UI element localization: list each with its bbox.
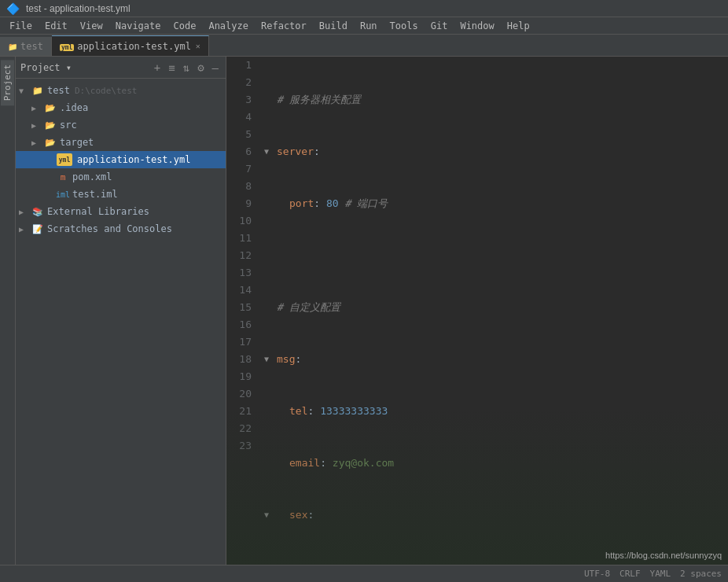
code-line-5: # 自定义配置 (264, 299, 722, 316)
yaml-tab-icon: yml (60, 41, 74, 52)
code-port-sep: : (314, 195, 326, 212)
status-crlf[interactable]: CRLF (620, 569, 641, 579)
add-button[interactable]: + (152, 60, 163, 76)
ln-6: 6 (233, 143, 252, 160)
xml-file-icon: m (57, 171, 69, 183)
list-button[interactable]: ≡ (166, 60, 177, 76)
code-email-val: zyq@ok.com (333, 455, 394, 472)
code-key-sex: sex (289, 506, 307, 524)
folder-icon-idea: 📂 (44, 101, 57, 114)
tree-item-pom[interactable]: m pom.xml (16, 168, 226, 186)
tree-item-application-yml[interactable]: yml application-test.yml (16, 151, 226, 168)
ln-13: 13 (233, 264, 252, 282)
menu-item-window[interactable]: Window (454, 17, 500, 34)
sort-button[interactable]: ⇅ (181, 60, 192, 76)
sidebar-title: Project ▾ (20, 62, 149, 73)
menu-item-edit[interactable]: Edit (39, 17, 74, 34)
collapse-button[interactable]: — (210, 60, 221, 76)
arrow-idea: ▶ (31, 104, 44, 112)
menu-item-run[interactable]: Run (354, 17, 384, 34)
code-empty-4 (264, 247, 270, 264)
tree-label-yml: application-test.yml (77, 154, 191, 165)
status-lang[interactable]: YAML (650, 569, 671, 579)
code-line-7: tel: 13333333333 (264, 403, 722, 420)
arrow-src: ▶ (31, 121, 44, 130)
menu-item-build[interactable]: Build (313, 17, 354, 34)
menu-item-code[interactable]: Code (167, 17, 203, 34)
tree-label-pom: pom.xml (72, 171, 112, 182)
tree-item-test[interactable]: ▼ 📁 test D:\code\test (16, 82, 226, 99)
menu-item-git[interactable]: Git (425, 17, 454, 34)
ln-23: 23 (233, 437, 252, 455)
ln-1: 1 (233, 57, 252, 74)
tree-label-target: target (60, 137, 94, 148)
sidebar-toolbar: Project ▾ + ≡ ⇅ ⚙ — (16, 57, 226, 79)
menu-item-help[interactable]: Help (501, 17, 536, 34)
ln-4: 4 (233, 109, 252, 126)
fold-1[interactable] (264, 91, 274, 109)
ln-19: 19 (233, 368, 252, 385)
arrow-external: ▶ (19, 208, 31, 216)
status-indent: 2 spaces (680, 569, 722, 579)
ln-8: 8 (233, 178, 252, 195)
window-title: test - application-test.yml (26, 3, 131, 14)
menu-item-file[interactable]: File (3, 17, 39, 34)
code-line-6: ▼ msg: (264, 351, 722, 368)
ln-22: 22 (233, 420, 252, 437)
editor-content: 1 2 3 4 5 6 7 8 9 10 11 12 13 14 15 16 1… (226, 57, 728, 565)
code-comment-1: # 服务器相关配置 (277, 91, 361, 109)
ln-10: 10 (233, 212, 252, 230)
menu-item-tools[interactable]: Tools (384, 17, 425, 34)
ln-14: 14 (233, 282, 252, 299)
library-icon: 📚 (31, 205, 44, 218)
ln-20: 20 (233, 385, 252, 403)
ln-16: 16 (233, 316, 252, 333)
status-encoding[interactable]: UTF-8 (584, 569, 610, 579)
main-area: Project Project ▾ + ≡ ⇅ ⚙ — ▼ 📁 test D:\… (0, 57, 728, 565)
code-line-3: port: 80 # 端口号 (264, 195, 722, 212)
menu-item-analyze[interactable]: Analyze (202, 17, 255, 34)
tree-item-target[interactable]: ▶ 📂 target (16, 134, 226, 151)
fold-6[interactable]: ▼ (264, 351, 274, 368)
menu-item-navigate[interactable]: Navigate (109, 17, 167, 34)
code-line-9: ▼ sex: (264, 506, 722, 524)
tab-application-yml[interactable]: yml application-test.yml ✕ (52, 35, 209, 56)
ln-7: 7 (233, 160, 252, 178)
tree-item-src[interactable]: ▶ 📂 src (16, 116, 226, 134)
tree-item-scratches[interactable]: ▶ 📝 Scratches and Consoles (16, 220, 226, 238)
app-icon: 🔷 (6, 2, 20, 15)
folder-icon-src: 📂 (44, 119, 57, 131)
project-tab-vertical[interactable]: Project (1, 60, 14, 105)
tab-bar: 📁 test yml application-test.yml ✕ (0, 35, 728, 57)
settings-icon[interactable]: ⚙ (195, 60, 206, 76)
ln-18: 18 (233, 351, 252, 368)
tab-close-button[interactable]: ✕ (196, 42, 200, 50)
tree-label-test: test (47, 85, 70, 96)
tree-item-iml[interactable]: iml test.iml (16, 186, 226, 203)
watermark: https://blog.csdn.net/sunnyzyq (605, 551, 722, 560)
menu-item-view[interactable]: View (74, 17, 109, 34)
line-numbers: 1 2 3 4 5 6 7 8 9 10 11 12 13 14 15 16 1… (226, 57, 258, 565)
folder-icon-test: 📁 (31, 84, 44, 97)
menu-item-refactor[interactable]: Refactor (255, 17, 313, 34)
tree-item-idea[interactable]: ▶ 📂 .idea (16, 99, 226, 116)
fold-9[interactable]: ▼ (264, 506, 274, 524)
fold-5 (264, 299, 274, 316)
editor-panel[interactable]: 1 2 3 4 5 6 7 8 9 10 11 12 13 14 15 16 1… (226, 57, 728, 565)
tab-yaml-label: application-test.yml (77, 41, 191, 52)
sidebar: Project ▾ + ≡ ⇅ ⚙ — ▼ 📁 test D:\code\tes… (16, 57, 226, 565)
ln-21: 21 (233, 403, 252, 420)
code-colon-2: : (314, 143, 320, 160)
code-comment-5: # 自定义配置 (277, 299, 340, 316)
fold-3 (264, 195, 274, 212)
ln-17: 17 (233, 333, 252, 351)
title-bar: 🔷 test - application-test.yml (0, 0, 728, 17)
code-area: # 服务器相关配置 ▼ server: port: 80 # 端口号 # 自定义… (258, 57, 728, 565)
tab-test[interactable]: 📁 test (0, 37, 52, 56)
code-port-comment: # 端口号 (339, 195, 388, 212)
fold-2[interactable]: ▼ (264, 143, 274, 160)
status-bar: UTF-8 CRLF YAML 2 spaces (0, 565, 728, 582)
ln-11: 11 (233, 230, 252, 247)
tree-item-external-libs[interactable]: ▶ 📚 External Libraries (16, 203, 226, 220)
sidebar-tree: ▼ 📁 test D:\code\test ▶ 📂 .idea ▶ 📂 src … (16, 79, 226, 565)
